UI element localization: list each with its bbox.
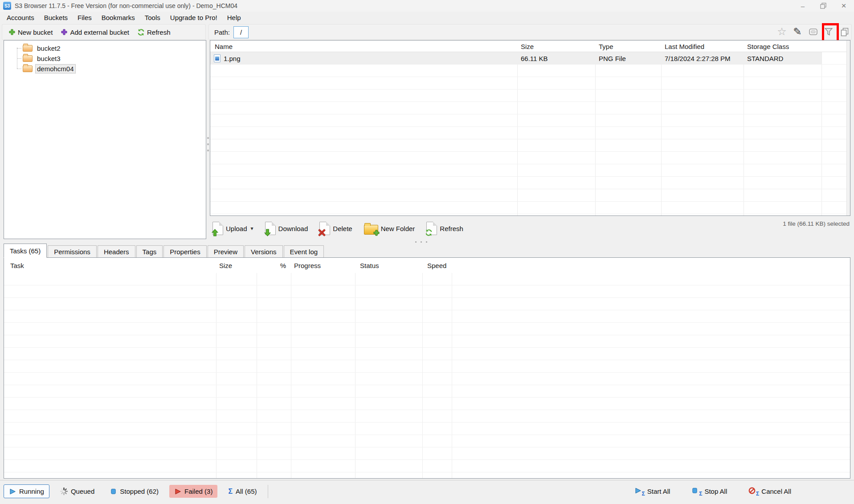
- menu-tools[interactable]: Tools: [140, 12, 165, 23]
- new-folder-label: New Folder: [381, 225, 415, 232]
- path-label: Path:: [214, 28, 230, 36]
- start-all-icon: Σ: [634, 487, 644, 495]
- tree-item-label: bucket3: [36, 54, 62, 63]
- add-external-bucket-button[interactable]: Add external bucket: [58, 27, 132, 38]
- status-column-header[interactable]: Status: [360, 258, 379, 273]
- progress-column-header[interactable]: Progress: [294, 258, 321, 273]
- delete-label: Delete: [333, 225, 352, 232]
- column-header-name[interactable]: Name: [215, 41, 233, 52]
- filter-stopped-button[interactable]: Stopped (62): [105, 485, 163, 498]
- upload-icon: [212, 222, 223, 235]
- favorites-button[interactable]: ☆: [776, 26, 788, 37]
- files-refresh-button[interactable]: Refresh: [426, 222, 463, 235]
- column-header-type[interactable]: Type: [599, 41, 613, 52]
- tab-tasks[interactable]: Tasks (65): [4, 244, 47, 258]
- tree-item-bucket3[interactable]: bucket3: [4, 53, 206, 64]
- tab-preview[interactable]: Preview: [208, 245, 244, 258]
- column-header-storage-class[interactable]: Storage Class: [747, 41, 789, 52]
- tasks-table-header: Task Size % Progress Status Speed: [4, 258, 850, 273]
- tab-strip: Tasks (65) Permissions Headers Tags Prop…: [4, 244, 325, 258]
- files-refresh-label: Refresh: [440, 225, 463, 232]
- rename-button[interactable]: ✎: [792, 26, 803, 37]
- new-folder-icon: [364, 225, 378, 235]
- restore-button[interactable]: [813, 0, 834, 12]
- play-blue-icon: [9, 488, 16, 495]
- percent-column-header[interactable]: %: [257, 258, 286, 273]
- view-toolbar: ☆ ✎: [776, 26, 850, 37]
- cancel-all-button[interactable]: Σ Cancel All: [744, 484, 796, 498]
- close-button[interactable]: ×: [834, 0, 854, 12]
- menu-help[interactable]: Help: [222, 12, 246, 23]
- folder-icon: [23, 55, 33, 62]
- speed-column-header[interactable]: Speed: [427, 258, 446, 273]
- start-all-button[interactable]: Σ Start All: [629, 484, 675, 498]
- tree-item-demohcm04[interactable]: demohcm04: [4, 64, 206, 74]
- delete-button[interactable]: Delete: [319, 222, 352, 235]
- file-name: 1.png: [224, 55, 241, 62]
- column-header-last-modified[interactable]: Last Modified: [665, 41, 704, 52]
- file-list-scrollbar[interactable]: [846, 41, 850, 215]
- add-external-bucket-label: Add external bucket: [70, 28, 129, 36]
- minimize-button[interactable]: –: [793, 0, 813, 12]
- tree-item-bucket2[interactable]: bucket2: [4, 43, 206, 53]
- download-button[interactable]: Download: [265, 222, 308, 235]
- panel-splitter[interactable]: [206, 40, 210, 239]
- buckets-refresh-label: Refresh: [147, 28, 171, 36]
- new-bucket-button[interactable]: New bucket: [6, 27, 55, 38]
- image-file-icon: [214, 54, 221, 62]
- copy-button[interactable]: [838, 26, 850, 37]
- select-mode-button[interactable]: [807, 26, 819, 37]
- tab-headers[interactable]: Headers: [98, 245, 135, 258]
- statusbar-divider: [268, 485, 268, 498]
- upload-button[interactable]: Upload ▾: [212, 222, 253, 235]
- tab-tags[interactable]: Tags: [136, 245, 163, 258]
- filter-running-button[interactable]: Running: [4, 484, 49, 498]
- filter-running-label: Running: [19, 488, 44, 495]
- start-all-label: Start All: [647, 488, 670, 495]
- file-last-modified: 7/18/2024 2:27:28 PM: [665, 52, 731, 65]
- menu-bookmarks[interactable]: Bookmarks: [97, 12, 140, 23]
- stop-all-button[interactable]: Σ Stop All: [686, 484, 732, 498]
- task-filters: Running Queued Stopped (62) Failed (3): [4, 484, 268, 498]
- filter-queued-label: Queued: [71, 488, 94, 495]
- file-type: PNG File: [599, 52, 626, 65]
- plus-purple-icon: [61, 28, 68, 36]
- app-window: S3 S3 Browser 11.7.5 - Free Version (for…: [0, 0, 854, 504]
- app-logo-icon: S3: [3, 2, 11, 10]
- filter-failed-label: Failed (3): [184, 488, 212, 495]
- menu-upgrade[interactable]: Upgrade to Pro!: [165, 12, 222, 23]
- tab-versions[interactable]: Versions: [245, 245, 283, 258]
- bucket-toolbar: New bucket Add external bucket Refresh: [2, 24, 206, 40]
- new-bucket-label: New bucket: [18, 28, 53, 36]
- new-folder-button[interactable]: New Folder: [364, 222, 415, 235]
- plus-green-icon: [8, 28, 16, 36]
- title-bar: S3 S3 Browser 11.7.5 - Free Version (for…: [0, 0, 854, 12]
- bucket-tree: bucket2 bucket3 demohcm04: [4, 41, 206, 74]
- tab-event-log[interactable]: Event log: [284, 245, 324, 258]
- download-icon: [265, 222, 276, 235]
- menu-buckets[interactable]: Buckets: [39, 12, 73, 23]
- play-red-icon: [174, 488, 181, 495]
- menu-bar: Accounts Buckets Files Bookmarks Tools U…: [0, 12, 854, 23]
- menu-files[interactable]: Files: [73, 12, 97, 23]
- refresh-files-icon: [426, 222, 437, 235]
- tab-permissions[interactable]: Permissions: [48, 245, 97, 258]
- file-size: 66.11 KB: [521, 52, 548, 65]
- task-column-header[interactable]: Task: [10, 258, 24, 273]
- tasks-table-body: [4, 273, 850, 478]
- filter-all-button[interactable]: Σ All (65): [223, 485, 262, 498]
- filter-all-label: All (65): [236, 488, 257, 495]
- path-input[interactable]: /: [233, 26, 249, 38]
- buckets-refresh-button[interactable]: Refresh: [135, 27, 173, 38]
- restore-icon: [820, 3, 826, 9]
- column-header-size[interactable]: Size: [521, 41, 534, 52]
- filter-queued-button[interactable]: Queued: [55, 485, 99, 498]
- filter-failed-button[interactable]: Failed (3): [169, 485, 217, 498]
- size-column-header[interactable]: Size: [219, 258, 232, 273]
- file-list-header: Name Size Type Last Modified Storage Cla…: [210, 41, 850, 52]
- file-row-1png[interactable]: 1.png 66.11 KB PNG File 7/18/2024 2:27:2…: [210, 52, 821, 65]
- horizontal-splitter[interactable]: [415, 241, 427, 243]
- path-toolbar: Path: /: [208, 24, 852, 40]
- tab-properties[interactable]: Properties: [163, 245, 206, 258]
- menu-accounts[interactable]: Accounts: [2, 12, 39, 23]
